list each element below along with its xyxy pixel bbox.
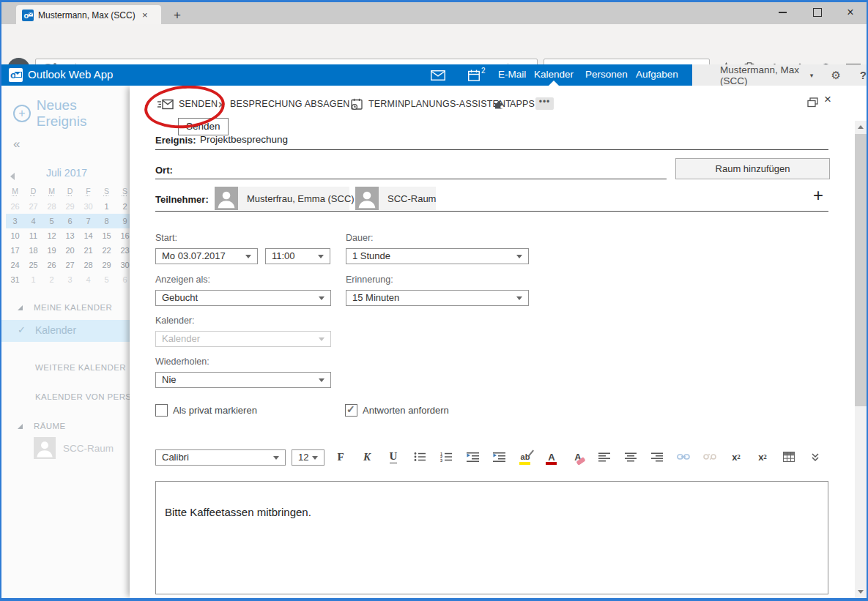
highlight-button[interactable]: ab [518, 448, 533, 466]
vertical-scrollbar[interactable] [855, 121, 867, 598]
calendar-day[interactable]: 22 [97, 243, 116, 258]
nav-item-aufgaben[interactable]: Aufgaben [636, 69, 678, 80]
gear-icon[interactable]: ⚙ [831, 69, 840, 82]
reminder-select[interactable]: 15 Minuten [346, 290, 529, 306]
calendar-day[interactable]: 28 [79, 258, 97, 272]
response-checkbox[interactable] [345, 404, 357, 417]
repeat-select[interactable]: Nie [155, 372, 331, 388]
close-window-button[interactable]: × [834, 2, 867, 23]
attendee-chip[interactable]: Musterfrau, Emma (SCC) [215, 187, 349, 210]
sidebar-item-scc-raum[interactable]: SCC-Raum [34, 437, 114, 459]
section-expand-icon[interactable] [18, 305, 23, 310]
align-left-button[interactable] [597, 448, 612, 466]
numbered-list-button[interactable]: 123 [439, 448, 453, 466]
increase-indent-button[interactable] [492, 448, 506, 466]
more-formatting-button[interactable] [808, 448, 823, 466]
insert-table-button[interactable] [782, 448, 796, 466]
font-color-button[interactable]: A [544, 448, 559, 466]
calendar-day[interactable]: 28 [42, 199, 61, 214]
font-size-select[interactable]: 12 [292, 449, 324, 466]
calendar-day[interactable]: 24 [6, 258, 24, 272]
calendar-day[interactable]: 3 [61, 272, 79, 287]
calendar-day[interactable]: 8 [97, 214, 116, 228]
section-other-calendars[interactable]: WEITERE KALENDER [35, 363, 126, 372]
calendar-day[interactable]: 29 [61, 199, 79, 214]
calendar-day[interactable]: 30 [79, 199, 97, 214]
calendar-day[interactable]: 20 [61, 243, 79, 258]
more-commands-button[interactable]: ••• [535, 97, 554, 110]
calendar-day[interactable]: 5 [97, 272, 116, 287]
calendar-day[interactable]: 10 [6, 228, 24, 243]
calendar-day[interactable]: 18 [24, 243, 42, 258]
prev-month-icon[interactable] [10, 173, 15, 180]
sidebar-item-kalender[interactable]: ✓ Kalender [1, 320, 130, 342]
calendar-day[interactable]: 9 [116, 214, 130, 228]
calendar-day[interactable]: 11 [24, 228, 42, 243]
new-tab-button[interactable]: + [168, 8, 186, 23]
section-people-calendars[interactable]: KALENDER VON PERSON [35, 392, 130, 401]
new-event-button[interactable]: + Neues Ereignis [13, 97, 130, 130]
calendar-day[interactable]: 1 [24, 272, 42, 287]
insert-link-button[interactable] [676, 448, 691, 466]
add-attendee-button[interactable]: + [813, 185, 823, 206]
superscript-button[interactable]: x2 [729, 448, 743, 466]
message-body-input[interactable]: Bitte Kaffeetassen mitbringen. [155, 481, 828, 594]
close-form-button[interactable]: × [824, 92, 831, 107]
start-time-select[interactable]: 11:00 [265, 248, 330, 264]
calendar-day[interactable]: 15 [97, 228, 116, 243]
calendar-day[interactable]: 21 [79, 243, 97, 258]
calendar-day[interactable]: 6 [61, 214, 79, 228]
add-room-button[interactable]: Raum hinzufügen [675, 158, 830, 179]
collapse-sidebar-button[interactable]: « [13, 137, 20, 152]
month-title[interactable]: Juli 2017 [22, 167, 111, 179]
calendar-day[interactable]: 1 [97, 199, 116, 214]
nav-item-personen[interactable]: Personen [585, 69, 628, 80]
calendar-day[interactable]: 16 [116, 228, 130, 243]
scrollbar-thumb[interactable] [855, 134, 867, 406]
calendar-day[interactable]: 2 [116, 199, 130, 214]
user-menu[interactable]: Mustermann, Max (SCC) ▾ ⚙ ? [692, 64, 867, 86]
outlook-logo-icon[interactable]: o [9, 68, 23, 82]
calendar-day[interactable]: 12 [42, 228, 61, 243]
calendar-day[interactable]: 2 [42, 272, 61, 287]
subscript-button[interactable]: x2 [755, 448, 770, 466]
underline-button[interactable]: U [386, 448, 401, 466]
calendar-day[interactable]: 30 [116, 258, 130, 272]
apps-button[interactable]: APPS [494, 95, 535, 113]
calendar-day[interactable]: 27 [24, 199, 42, 214]
nav-item-email[interactable]: E-Mail [498, 69, 526, 80]
duration-select[interactable]: 1 Stunde [346, 248, 529, 264]
browser-tab[interactable]: o Mustermann, Max (SCC) - O × [16, 5, 161, 25]
remove-link-button[interactable] [702, 448, 717, 466]
section-my-calendars[interactable]: MEINE KALENDER [34, 303, 112, 312]
send-button[interactable]: SENDEN [157, 95, 218, 113]
calendar-day[interactable]: 7 [79, 214, 97, 228]
bullet-list-button[interactable] [412, 448, 427, 466]
popout-button[interactable] [807, 97, 818, 111]
calendar-day[interactable]: 17 [6, 243, 24, 258]
section-expand-icon[interactable] [18, 424, 23, 429]
show-as-select[interactable]: Gebucht [155, 290, 331, 306]
help-button[interactable]: ? [860, 69, 867, 81]
attendee-chip[interactable]: SCC-Raum [355, 187, 436, 210]
clear-formatting-button[interactable]: A [571, 448, 585, 466]
tab-close-icon[interactable]: × [142, 10, 148, 20]
align-center-button[interactable] [623, 448, 638, 466]
calendar-day[interactable]: 13 [61, 228, 79, 243]
maximize-button[interactable] [801, 2, 834, 23]
calendar-day[interactable]: 6 [116, 272, 130, 287]
calendar-day[interactable]: 23 [116, 243, 130, 258]
location-input[interactable] [155, 179, 667, 179]
align-right-button[interactable] [650, 448, 664, 466]
start-date-select[interactable]: Mo 03.07.2017 [155, 248, 258, 264]
calendar-day[interactable]: 26 [6, 199, 24, 214]
calendar-day[interactable]: 5 [42, 214, 61, 228]
calendar-icon[interactable] [468, 70, 480, 81]
calendar-day[interactable]: 19 [42, 243, 61, 258]
bold-button[interactable]: F [333, 448, 348, 466]
calendar-day[interactable]: 27 [61, 258, 79, 272]
calendar-day[interactable]: 4 [24, 214, 42, 228]
private-checkbox[interactable] [155, 404, 168, 417]
scroll-down-icon[interactable] [858, 590, 864, 594]
italic-button[interactable]: K [360, 448, 374, 466]
